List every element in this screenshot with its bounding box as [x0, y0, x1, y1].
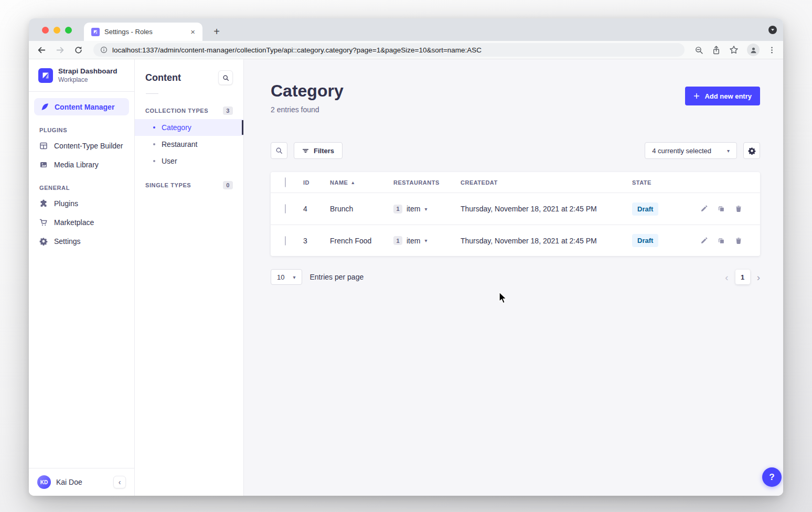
- current-page-button[interactable]: 1: [735, 270, 750, 284]
- cell-restaurants-dropdown[interactable]: 1 item ▾: [393, 205, 461, 214]
- browser-tab[interactable]: Settings - Roles ×: [84, 23, 202, 41]
- bullet-icon: [153, 126, 155, 129]
- collapse-sidebar-button[interactable]: ‹: [113, 476, 126, 488]
- tab-search-button[interactable]: [768, 26, 777, 34]
- sidebar-item-content-manager[interactable]: Content Manager: [34, 98, 129, 115]
- columns-selected-value: 4 currently selected: [652, 147, 711, 155]
- profile-avatar-icon[interactable]: [747, 44, 760, 56]
- page-title: Category: [271, 82, 344, 99]
- column-header-state[interactable]: STATE: [632, 179, 695, 186]
- relation-count-badge: 1: [393, 205, 402, 214]
- relation-label: item: [407, 205, 420, 213]
- workspace-title: Strapi Dashboard: [58, 67, 117, 75]
- columns-selected-dropdown[interactable]: 4 currently selected ▾: [645, 142, 737, 159]
- toolbar-icons: [695, 44, 776, 56]
- subnav-item-user[interactable]: User: [135, 153, 243, 169]
- chevron-down-icon: ▾: [727, 148, 730, 154]
- subnav-item-label: Restaurant: [162, 140, 197, 148]
- user-avatar: KD: [37, 475, 51, 489]
- bookmark-star-icon[interactable]: [729, 45, 739, 55]
- sidebar-item-content-type-builder[interactable]: Content-Type Builder: [29, 136, 134, 155]
- row-checkbox[interactable]: [285, 236, 286, 246]
- search-icon: [275, 147, 283, 154]
- sidebar-item-label: Content Manager: [55, 103, 114, 111]
- filter-lines-icon: [302, 147, 309, 154]
- chevron-down-icon: ▾: [424, 206, 427, 212]
- close-window-button[interactable]: [42, 27, 49, 34]
- cell-name: Brunch: [330, 205, 393, 213]
- feather-pen-icon: [40, 102, 49, 111]
- cell-restaurants-dropdown[interactable]: 1 item ▾: [393, 236, 461, 245]
- select-all-checkbox[interactable]: [285, 177, 286, 187]
- bullet-icon: [153, 160, 155, 162]
- column-header-id[interactable]: ID: [303, 179, 330, 186]
- column-header-restaurants[interactable]: RESTAURANTS: [393, 179, 461, 186]
- subnav-item-category[interactable]: Category: [135, 119, 243, 136]
- subnav-search-button[interactable]: [218, 70, 233, 85]
- reload-icon[interactable]: [73, 45, 83, 55]
- new-tab-button[interactable]: +: [209, 24, 224, 39]
- pencil-icon: [700, 205, 708, 212]
- trash-icon: [735, 237, 742, 244]
- sort-asc-icon: ▴: [351, 180, 354, 185]
- pencil-icon: [700, 237, 708, 244]
- sidebar-item-plugins[interactable]: Plugins: [29, 194, 134, 213]
- minimize-window-button[interactable]: [54, 27, 60, 34]
- user-area[interactable]: KD Kai Doe ‹: [29, 468, 134, 496]
- cell-id: 3: [303, 237, 330, 245]
- zoom-icon[interactable]: [695, 46, 703, 55]
- picture-icon: [39, 161, 48, 169]
- table-search-button[interactable]: [271, 142, 287, 159]
- edit-button[interactable]: [700, 237, 708, 244]
- sidebar-item-marketplace[interactable]: Marketplace: [29, 213, 134, 232]
- entries-per-page-label: Entries per page: [310, 273, 364, 281]
- back-icon[interactable]: [36, 45, 47, 55]
- bullet-icon: [153, 143, 155, 145]
- filters-button[interactable]: Filters: [294, 142, 343, 159]
- state-badge: Draft: [632, 202, 658, 216]
- delete-button[interactable]: [735, 237, 742, 244]
- edit-button[interactable]: [700, 205, 708, 212]
- next-page-button[interactable]: ›: [757, 272, 760, 282]
- zoom-window-button[interactable]: [65, 27, 72, 34]
- help-button[interactable]: ?: [762, 467, 782, 487]
- column-header-createdat[interactable]: CREATEDAT: [461, 179, 632, 186]
- workspace-brand[interactable]: Strapi Dashboard Workplace: [29, 59, 134, 92]
- table-row[interactable]: 4 Brunch 1 item ▾ Thursday, November 18,…: [271, 193, 760, 225]
- sidebar-item-media-library[interactable]: Media Library: [29, 155, 134, 174]
- tab-title: Settings - Roles: [104, 28, 184, 36]
- url-text: localhost:1337/admin/content-manager/col…: [112, 46, 482, 54]
- copy-icon: [718, 205, 725, 212]
- forward-icon[interactable]: [55, 45, 65, 55]
- previous-page-button[interactable]: ‹: [725, 272, 728, 282]
- single-types-count-badge: 0: [223, 181, 233, 189]
- copy-icon: [718, 237, 725, 244]
- duplicate-button[interactable]: [718, 237, 725, 244]
- content-subnav: Content COLLECTION TYPES 3 Category Rest…: [135, 59, 244, 496]
- filters-label: Filters: [314, 147, 334, 155]
- sidebar-item-settings[interactable]: Settings: [29, 232, 134, 251]
- strapi-logo-icon: [38, 68, 53, 83]
- table-settings-button[interactable]: [743, 142, 760, 159]
- column-header-name[interactable]: NAME ▴: [330, 179, 393, 186]
- site-info-icon[interactable]: [100, 46, 108, 54]
- cell-createdat: Thursday, November 18, 2021 at 2:45 PM: [461, 237, 632, 245]
- table-row[interactable]: 3 French Food 1 item ▾ Thursday, Novembe…: [271, 225, 760, 256]
- chevron-down-icon: ▾: [293, 274, 295, 280]
- subnav-item-restaurant[interactable]: Restaurant: [135, 136, 243, 153]
- plus-icon: [693, 93, 700, 99]
- share-icon[interactable]: [712, 46, 721, 55]
- url-bar[interactable]: localhost:1337/admin/content-manager/col…: [93, 43, 685, 57]
- page-size-select[interactable]: 10 ▾: [271, 269, 302, 285]
- row-checkbox[interactable]: [285, 204, 286, 214]
- delete-button[interactable]: [735, 205, 742, 212]
- traffic-lights: [42, 27, 72, 34]
- close-tab-icon[interactable]: ×: [188, 27, 197, 36]
- menu-kebab-icon[interactable]: [768, 46, 776, 54]
- table-header-row: ID NAME ▴ RESTAURANTS CREATEDAT STATE: [271, 172, 760, 193]
- browser-toolbar: localhost:1337/admin/content-manager/col…: [29, 41, 783, 59]
- add-new-entry-button[interactable]: Add new entry: [685, 87, 760, 105]
- duplicate-button[interactable]: [718, 205, 725, 212]
- sidebar-item-label: Media Library: [54, 161, 99, 169]
- shopping-cart-icon: [39, 218, 48, 227]
